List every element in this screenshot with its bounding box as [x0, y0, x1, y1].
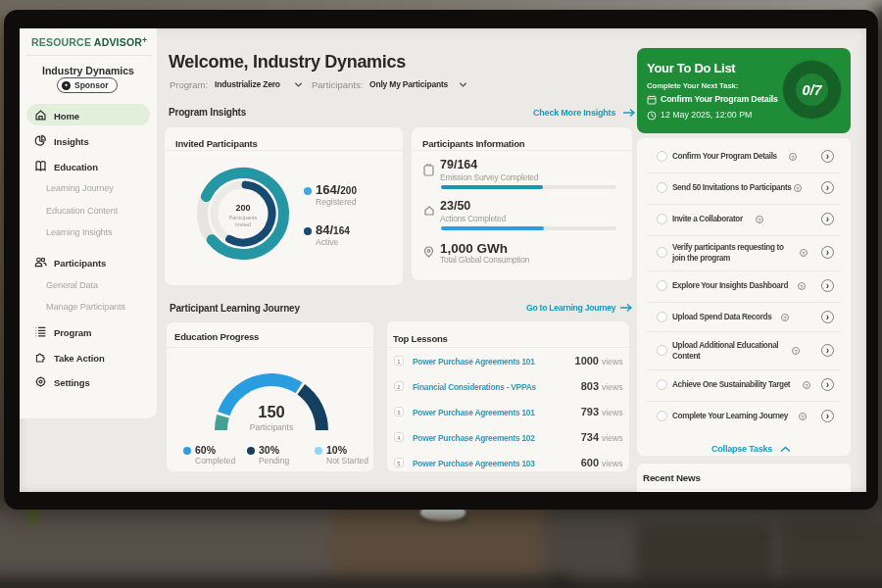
svg-text:Participants: Participants: [229, 215, 258, 220]
svg-text:200: 200: [235, 203, 250, 213]
svg-text:Invited: Invited: [235, 221, 251, 227]
svg-text:0/7: 0/7: [802, 82, 822, 98]
